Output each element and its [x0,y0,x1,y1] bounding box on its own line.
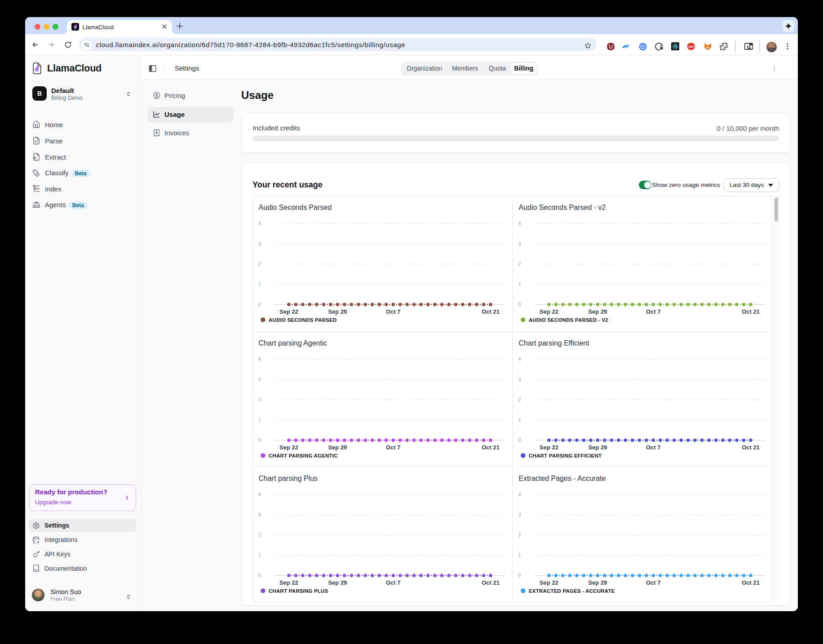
svg-text:1: 1 [518,417,521,422]
svg-text:Sep 22: Sep 22 [279,444,298,451]
svg-text:2: 2 [258,397,261,402]
svg-text:Audio Seconds Parsed - v2: Audio Seconds Parsed - v2 [519,204,606,211]
svg-text:Oct 7: Oct 7 [386,444,401,451]
svg-text:Oct 21: Oct 21 [742,308,760,315]
svg-text:Sep 22: Sep 22 [540,579,558,586]
svg-text:Chart parsing Agentic: Chart parsing Agentic [259,339,327,347]
svg-text:Sep 29: Sep 29 [328,308,347,315]
svg-text:4: 4 [258,356,261,362]
svg-text:0: 0 [518,302,521,307]
svg-text:0: 0 [518,437,521,443]
svg-text:Sep 22: Sep 22 [540,308,558,315]
svg-text:4: 4 [258,492,261,497]
svg-text:2: 2 [518,532,521,537]
svg-text:CHART PARSING AGENTIC: CHART PARSING AGENTIC [269,453,338,458]
svg-text:2: 2 [258,261,261,266]
svg-text:ABP: ABP [688,45,694,48]
svg-text:Sep 29: Sep 29 [328,579,347,586]
svg-text:Sep 22: Sep 22 [279,308,298,315]
svg-text:3: 3 [258,512,261,517]
svg-text:AUDIO SECONDS PARSED: AUDIO SECONDS PARSED [269,317,336,323]
svg-text:Oct 21: Oct 21 [742,579,760,586]
svg-text:4: 4 [518,492,521,497]
svg-text:Chart parsing Plus: Chart parsing Plus [259,475,318,482]
svg-text:Audio Seconds Parsed: Audio Seconds Parsed [259,204,332,211]
svg-text:4: 4 [258,221,261,226]
svg-text:1: 1 [518,281,521,287]
svg-text:Oct 21: Oct 21 [742,444,760,451]
svg-text:Sep 22: Sep 22 [279,579,298,586]
svg-text:Oct 21: Oct 21 [482,444,500,451]
svg-text:3: 3 [518,377,521,382]
svg-text:Oct 21: Oct 21 [482,579,500,586]
svg-text:3: 3 [258,377,261,382]
svg-text:Sep 29: Sep 29 [588,444,607,451]
svg-text:1: 1 [258,281,261,287]
svg-text:Sep 29: Sep 29 [588,308,607,315]
svg-text:2: 2 [518,261,521,266]
svg-text:Sep 22: Sep 22 [540,444,558,451]
svg-text:0: 0 [258,573,261,578]
svg-text:Chart parsing Efficient: Chart parsing Efficient [519,339,590,347]
svg-text:CHART PARSING EFFICIENT: CHART PARSING EFFICIENT [529,453,602,458]
svg-text:Sep 29: Sep 29 [328,444,347,451]
svg-text:Oct 21: Oct 21 [482,308,500,315]
svg-text:Oct 7: Oct 7 [646,444,661,451]
svg-text:1: 1 [518,552,521,558]
svg-text:1: 1 [258,552,261,558]
svg-text:3: 3 [518,241,521,246]
svg-text:2: 2 [258,532,261,537]
svg-text:Oct 7: Oct 7 [386,308,401,315]
svg-text:2: 2 [518,397,521,402]
svg-text:0: 0 [258,437,261,443]
svg-text:0: 0 [518,573,521,578]
svg-text:Sep 29: Sep 29 [588,579,607,586]
svg-text:3: 3 [518,512,521,517]
svg-text:Oct 7: Oct 7 [646,579,661,586]
svg-text:3: 3 [258,241,261,246]
svg-text:AUDIO SECONDS PARSED - V2: AUDIO SECONDS PARSED - V2 [529,317,608,323]
svg-text:Extracted Pages - Accurate: Extracted Pages - Accurate [519,475,606,482]
svg-text:4: 4 [518,221,521,226]
svg-text:1: 1 [258,417,261,422]
svg-text:Oct 7: Oct 7 [646,308,661,315]
svg-text:0: 0 [258,302,261,307]
svg-text:CHART PARSING PLUS: CHART PARSING PLUS [269,588,328,593]
svg-text:4: 4 [518,356,521,362]
svg-text:EXTRACTED PAGES - ACCURATE: EXTRACTED PAGES - ACCURATE [529,588,615,593]
svg-text:Oct 7: Oct 7 [386,579,401,586]
